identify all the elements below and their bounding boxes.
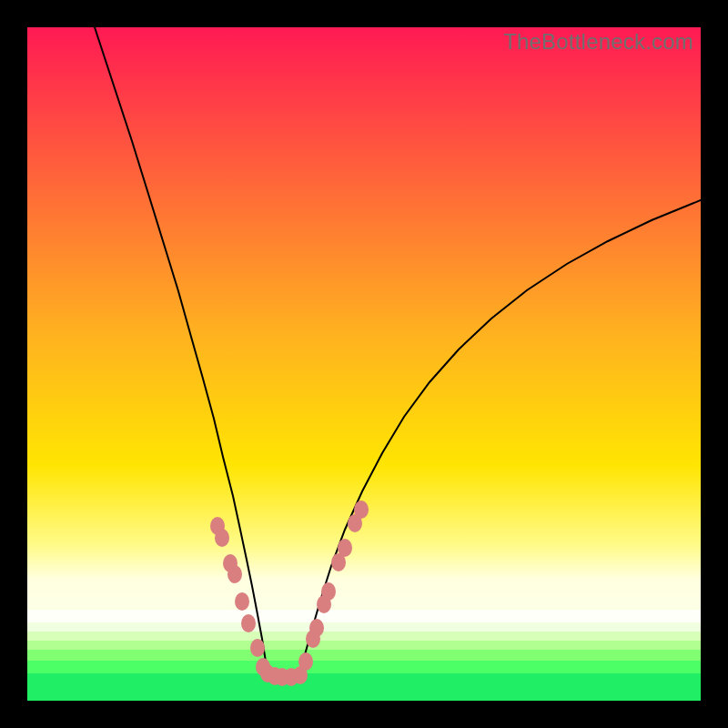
marker-dot [228,565,242,583]
marker-dot [354,500,369,519]
marker-dot [241,614,256,632]
chart-frame: TheBottleneck.com [27,27,701,701]
marker-dot [215,529,229,547]
curve-paths [95,27,701,677]
marker-dot [338,539,352,557]
curve-right-branch [300,200,701,673]
marker-dot [298,652,313,671]
marker-dot [309,619,324,637]
marker-dot [321,582,336,601]
marker-dot [235,592,249,611]
marker-dot [250,639,265,657]
chart-svg [27,27,701,701]
